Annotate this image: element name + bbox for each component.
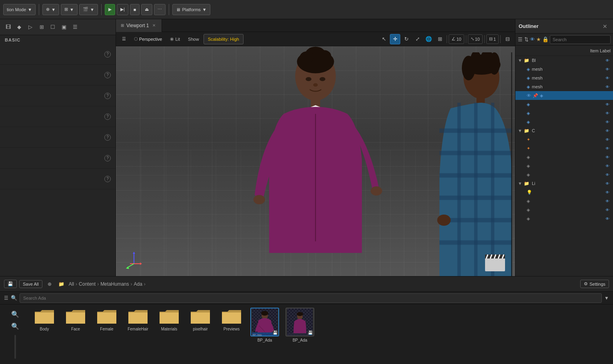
help-icon-6[interactable]: ? bbox=[104, 155, 111, 161]
left-panel-item-7[interactable]: ? bbox=[0, 169, 116, 189]
breadcrumb-ada[interactable]: Ada bbox=[134, 281, 142, 287]
rotate-btn[interactable]: ↻ bbox=[401, 34, 411, 44]
eye-li-3[interactable]: 👁 bbox=[604, 207, 611, 213]
viewport-3d[interactable] bbox=[116, 46, 515, 276]
snap-btn[interactable]: ⊞ ▼ bbox=[61, 4, 78, 15]
outliner-particle-3[interactable]: ◈ 👁 bbox=[515, 153, 613, 161]
outliner-folder-bl[interactable]: ▼ 📁 Bl 👁 bbox=[515, 56, 613, 65]
eye-vis-1[interactable]: 👁 bbox=[604, 66, 611, 72]
folder-item-body[interactable]: Body bbox=[30, 308, 58, 331]
folder-item-pixelhair[interactable]: pixelhair bbox=[186, 308, 214, 331]
asset-item-bp-ada-selected[interactable]: BP_Ada 💾 BP_Ada bbox=[249, 308, 281, 342]
outliner-li-4[interactable]: ◈ 👁 bbox=[515, 214, 613, 223]
cb-search-input[interactable] bbox=[20, 293, 602, 303]
eye-vis-5[interactable]: 👁 bbox=[604, 110, 611, 116]
outliner-filter-btn[interactable]: ☰ bbox=[518, 35, 523, 44]
surface-snap-btn[interactable]: ⊞ bbox=[435, 34, 445, 44]
scale-btn[interactable]: ⤢ bbox=[412, 34, 423, 44]
grid2-icon-btn[interactable]: ⊞ bbox=[37, 22, 46, 32]
folder-item-femalehair[interactable]: FemaleHair bbox=[124, 308, 152, 331]
camera-speed-btn[interactable]: ⊟ 1 bbox=[486, 34, 499, 44]
breadcrumb-metahumans[interactable]: MetaHumans bbox=[100, 281, 129, 287]
left-panel-item-5[interactable]: ? bbox=[0, 127, 116, 148]
help-icon-7[interactable]: ? bbox=[104, 176, 111, 182]
settings-btn[interactable]: ⚙ Settings bbox=[580, 280, 609, 288]
add-actor-btn[interactable]: ⊕ ▼ bbox=[42, 4, 59, 15]
eject-btn[interactable]: ⏏ bbox=[141, 4, 152, 15]
stop-btn[interactable]: ■ bbox=[130, 4, 140, 15]
eye-particle-2[interactable]: 👁 bbox=[604, 145, 611, 151]
left-panel-item-1[interactable]: ? bbox=[0, 44, 116, 65]
mode-dropdown[interactable]: tion Mode ▼ bbox=[3, 4, 36, 15]
outliner-search-input[interactable] bbox=[550, 35, 611, 44]
eye-btn-li[interactable]: 👁 bbox=[604, 180, 611, 187]
outliner-item-6[interactable]: ◈ 👁 bbox=[515, 117, 613, 126]
outliner-li-3[interactable]: ◈ 👁 bbox=[515, 205, 613, 214]
folder-item-female[interactable]: Female bbox=[93, 308, 121, 331]
outliner-star-btn[interactable]: ★ bbox=[536, 35, 541, 44]
eye-particle-1[interactable]: 👁 bbox=[604, 136, 611, 143]
left-panel-item-3[interactable]: ? bbox=[0, 86, 116, 106]
outliner-li-1[interactable]: 💡 👁 bbox=[515, 188, 613, 197]
outliner-item-4[interactable]: ◈ 👁 bbox=[515, 100, 613, 109]
cb-dropdown-btn[interactable]: ▼ bbox=[604, 295, 609, 301]
outliner-item-1[interactable]: ◈ mesh 👁 bbox=[515, 65, 613, 74]
translate-btn[interactable]: ✛ bbox=[390, 34, 400, 44]
eye-vis-2[interactable]: 👁 bbox=[604, 75, 611, 81]
outliner-folder-c[interactable]: ▼ 📁 C 👁 bbox=[515, 126, 613, 135]
frame-icon-btn[interactable]: ▣ bbox=[59, 22, 69, 32]
scalability-btn[interactable]: Scalability: High bbox=[204, 34, 244, 44]
folder-item-previews[interactable]: Previews bbox=[218, 308, 246, 331]
lit-btn[interactable]: ◉ Lit bbox=[166, 34, 184, 44]
help-icon-1[interactable]: ? bbox=[104, 51, 111, 58]
left-panel-item-6[interactable]: ? bbox=[0, 148, 116, 169]
show-btn[interactable]: Show bbox=[184, 34, 203, 44]
play-btn[interactable]: ▶ bbox=[105, 4, 115, 15]
eye-particle-4[interactable]: 👁 bbox=[604, 163, 611, 169]
breadcrumb-content[interactable]: Content bbox=[79, 281, 96, 287]
eye-particle-3[interactable]: 👁 bbox=[604, 154, 611, 160]
folder-item-face[interactable]: Face bbox=[62, 308, 90, 331]
shape-icon-btn[interactable]: ◆ bbox=[14, 22, 24, 32]
eye-li-2[interactable]: 👁 bbox=[604, 198, 611, 204]
snap-scale-btn[interactable]: ⤡ 10 bbox=[468, 34, 483, 44]
snap-angle-btn[interactable]: ∠ 10 bbox=[449, 34, 464, 44]
outliner-item-2[interactable]: ◈ mesh 👁 bbox=[515, 74, 613, 82]
maximize-btn[interactable]: ⊟ bbox=[502, 34, 513, 44]
cb-search2-icon-btn[interactable]: 🔍 bbox=[10, 321, 20, 331]
cb-search-icon-btn[interactable]: 🔍 bbox=[10, 309, 20, 319]
save-icon-btn[interactable]: 💾 bbox=[4, 280, 17, 288]
outliner-folder-li[interactable]: ▼ 📁 Li 👁 bbox=[515, 179, 613, 188]
folder-item-materials[interactable]: Materials bbox=[155, 308, 183, 331]
cb-filter-icon-btn[interactable]: ☰ bbox=[4, 295, 8, 301]
outliner-particle-1[interactable]: ✦ 👁 bbox=[515, 135, 613, 144]
help-icon-2[interactable]: ? bbox=[104, 72, 111, 78]
left-panel-item-2[interactable]: ? bbox=[0, 65, 116, 86]
help-icon-5[interactable]: ? bbox=[104, 134, 111, 141]
eye-btn-bl[interactable]: 👁 bbox=[604, 57, 611, 64]
help-icon-3[interactable]: ? bbox=[104, 93, 111, 99]
outliner-item-selected[interactable]: 👁 📌 ◈ bbox=[515, 91, 613, 100]
outliner-item-5[interactable]: ◈ 👁 bbox=[515, 109, 613, 117]
outliner-li-2[interactable]: ◈ 👁 bbox=[515, 197, 613, 205]
play-skip-btn[interactable]: ▶| bbox=[117, 4, 128, 15]
cb-folder-btn[interactable]: 📁 bbox=[57, 279, 66, 289]
eye-vis-4[interactable]: 👁 bbox=[604, 101, 611, 107]
outliner-particle-4[interactable]: ◈ 👁 bbox=[515, 161, 613, 170]
outliner-item-3[interactable]: ◈ mesh 👁 bbox=[515, 82, 613, 91]
outliner-close-btn[interactable]: ✕ bbox=[600, 22, 610, 31]
viewport-tab-1[interactable]: ⊞ Viewport 1 ✕ bbox=[116, 19, 162, 32]
outliner-sort-btn[interactable]: ⇅ bbox=[524, 35, 529, 44]
outliner-particle-5[interactable]: ◈ 👁 bbox=[515, 170, 613, 179]
help-icon-4[interactable]: ? bbox=[104, 113, 111, 120]
outliner-lock-btn[interactable]: 🔒 bbox=[542, 35, 549, 44]
breadcrumb-all[interactable]: All bbox=[69, 281, 74, 287]
camera-btn[interactable]: 🎬 ▼ bbox=[79, 4, 98, 15]
coords-btn[interactable]: 🌐 bbox=[423, 34, 434, 44]
select-mode-btn[interactable]: ↖ bbox=[379, 34, 389, 44]
viewport-tab-close[interactable]: ✕ bbox=[151, 23, 157, 28]
platforms-btn[interactable]: 🖥 Platforms ▼ bbox=[172, 4, 210, 15]
play2-icon-btn[interactable]: ▷ bbox=[26, 22, 35, 32]
outliner-eye-btn[interactable]: 👁 bbox=[530, 35, 535, 44]
eye-li-1[interactable]: 👁 bbox=[604, 189, 611, 195]
